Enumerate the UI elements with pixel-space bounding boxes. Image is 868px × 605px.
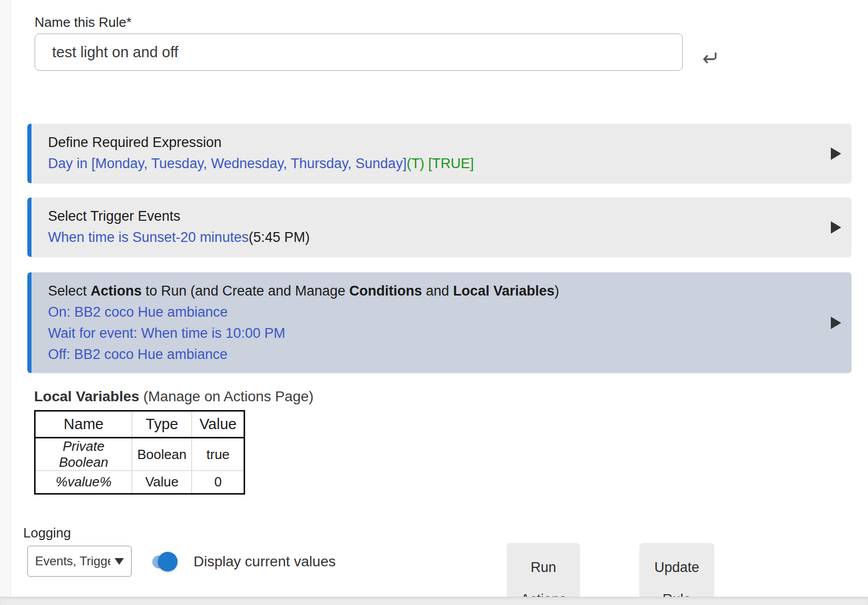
trigger-events-title: Select Trigger Events [48, 206, 821, 227]
logging-select[interactable]: Events, Triggers, Actio... [27, 546, 132, 577]
page-left-gutter [0, 0, 11, 605]
action-line: On: BB2 coco Hue ambiance [48, 302, 821, 323]
actions-panel[interactable]: Select Actions to Run (and Create and Ma… [27, 272, 851, 373]
table-row: Private Boolean Boolean true [35, 438, 245, 471]
rule-name-label: Name this Rule* [35, 14, 132, 30]
rule-name-input[interactable] [35, 34, 683, 71]
caret-down-icon [115, 558, 124, 565]
actions-panel-title: Select Actions to Run (and Create and Ma… [48, 281, 821, 302]
logging-selected-option: Events, Triggers, Actio... [35, 554, 110, 568]
logging-label: Logging [23, 525, 71, 541]
trigger-events-panel[interactable]: Select Trigger Events When time is Sunse… [27, 198, 851, 257]
bottom-edge-strip [0, 597, 868, 605]
column-header-value: Value [192, 411, 245, 438]
variable-value: 0 [192, 471, 245, 494]
table-row: %value% Value 0 [35, 471, 245, 494]
run-actions-button[interactable]: Run Actions [507, 543, 580, 605]
local-variables-table: Name Type Value Private Boolean Boolean … [34, 410, 245, 495]
display-current-values-toggle[interactable] [152, 549, 178, 575]
display-current-values-label: Display current values [194, 553, 335, 570]
update-rule-button[interactable]: Update Rule [640, 543, 714, 605]
expand-arrow-icon[interactable] [831, 148, 841, 160]
action-line: Off: BB2 coco Hue ambiance [48, 344, 821, 365]
required-expression-summary: Day in [Monday, Tuesday, Wednesday, Thur… [48, 153, 821, 174]
return-icon[interactable] [698, 46, 720, 69]
table-header-row: Name Type Value [35, 411, 245, 438]
expand-arrow-icon[interactable] [831, 221, 841, 234]
expand-arrow-icon[interactable] [831, 317, 841, 329]
trigger-events-summary: When time is Sunset-20 minutes(5:45 PM) [48, 227, 821, 248]
variable-type: Boolean [132, 438, 192, 471]
column-header-type: Type [132, 411, 192, 438]
variable-name: Private Boolean [35, 438, 132, 471]
toggle-knob [158, 552, 178, 571]
variable-type: Value [132, 471, 192, 494]
variable-value: true [192, 438, 245, 471]
local-variables-heading: Local Variables (Manage on Actions Page) [34, 388, 314, 405]
required-expression-panel[interactable]: Define Required Expression Day in [Monda… [27, 124, 851, 183]
required-expression-title: Define Required Expression [48, 132, 821, 153]
variable-name: %value% [35, 471, 132, 494]
action-line: Wait for event: When time is 10:00 PM [48, 323, 821, 344]
column-header-name: Name [35, 411, 132, 438]
rule-machine-page: Name this Rule* Define Required Expressi… [0, 0, 868, 605]
